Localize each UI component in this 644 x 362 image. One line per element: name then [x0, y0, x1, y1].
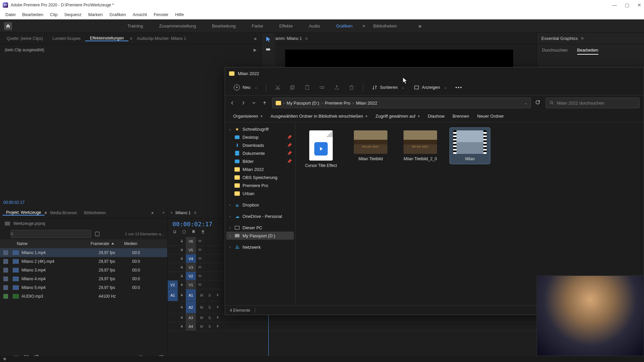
share-button[interactable] — [331, 83, 343, 92]
lock-icon[interactable] — [178, 283, 186, 287]
tree-passport[interactable]: ›My Passport (D:) — [226, 232, 294, 240]
track-target[interactable]: V5 — [186, 246, 196, 254]
tree-milan[interactable]: Milan 2022 — [226, 165, 294, 173]
cmd-grant-access[interactable]: Zugriff gewähren auf▾ — [372, 112, 423, 120]
tree-this-pc[interactable]: ›Dieser PC — [226, 224, 294, 232]
ws-training[interactable]: Training — [119, 23, 151, 28]
tab-libraries[interactable]: Bibliotheken — [80, 210, 109, 215]
proj-overflow-icon[interactable]: » — [151, 210, 156, 215]
nav-forward-button[interactable] — [240, 100, 247, 106]
eg-edit-tab[interactable]: Bearbeiten — [577, 48, 598, 55]
tab-source[interactable]: Quelle: (keine Clips) — [2, 36, 48, 41]
label-swatch[interactable] — [3, 250, 8, 255]
tree-pictures[interactable]: Bilder📌 — [226, 157, 294, 165]
tree-desktop[interactable]: Desktop📌 — [226, 133, 294, 141]
cmd-burn[interactable]: Brennen — [449, 112, 472, 120]
col-name[interactable]: Name — [3, 241, 91, 246]
tab-lumetri[interactable]: Lumetri-Scopes — [48, 36, 85, 41]
selection-tool-icon[interactable] — [265, 36, 271, 42]
track-target[interactable]: V4 — [186, 254, 196, 263]
minimize-button[interactable]: — — [612, 2, 617, 8]
marker-icon[interactable] — [191, 230, 196, 234]
timeline-close-icon[interactable]: × — [162, 210, 165, 215]
project-row[interactable]: Milano 3.mp4 29,97 fps 00;0 — [0, 266, 167, 275]
linked-selection-icon[interactable] — [182, 230, 186, 234]
toggle-output-icon[interactable] — [196, 239, 204, 244]
tree-network[interactable]: ›🖧Netzwerk — [226, 243, 294, 251]
ws-overflow-icon[interactable]: » — [418, 23, 421, 29]
voice-over-icon[interactable] — [215, 316, 220, 320]
project-row[interactable]: Milano 1.mp4 29,97 fps 00:0 — [0, 248, 167, 257]
source-patch[interactable] — [168, 313, 178, 322]
timeline-timecode[interactable]: 00:00:02:17 — [172, 221, 212, 228]
solo-button[interactable]: S — [207, 305, 212, 309]
toggle-output-icon[interactable] — [196, 248, 204, 252]
close-button[interactable]: ✕ — [637, 2, 641, 8]
file-item[interactable]: Cursor Title Effect — [301, 128, 341, 171]
snap-icon[interactable] — [172, 230, 177, 234]
proj-tab-menu-icon[interactable]: ≡ — [45, 210, 47, 215]
lock-icon[interactable] — [178, 316, 186, 320]
col-media[interactable]: Medien — [124, 241, 151, 246]
disclosure-arrow-icon[interactable]: ▶ — [254, 48, 257, 52]
explorer-titlebar[interactable]: Milan 2022 — [225, 67, 644, 79]
sequence-name[interactable]: Milano 1 — [175, 210, 191, 215]
source-patch[interactable] — [168, 237, 178, 245]
mute-button[interactable]: M — [199, 305, 204, 309]
eg-menu-icon[interactable]: ≡ — [581, 36, 584, 41]
lock-icon[interactable] — [178, 305, 186, 309]
source-patch[interactable]: V1 — [168, 281, 178, 289]
toggle-output-icon[interactable] — [196, 256, 204, 261]
mute-button[interactable]: M — [199, 293, 204, 297]
cmd-organize[interactable]: Organisieren▾ — [230, 112, 266, 120]
file-item[interactable]: Milan — [450, 128, 490, 164]
menu-ansicht[interactable]: Ansicht — [129, 12, 150, 17]
mute-button[interactable]: M — [199, 316, 204, 320]
crumb-pp[interactable]: Premiere Pro — [325, 101, 351, 106]
project-search-input[interactable] — [11, 230, 91, 238]
menu-fenster[interactable]: Fenster — [150, 12, 172, 17]
lock-icon[interactable] — [178, 248, 186, 252]
col-framerate[interactable]: Framerate — [91, 241, 124, 246]
ws-audio[interactable]: Audio — [301, 23, 328, 28]
address-bar[interactable]: › My Passport (D:) › Premiere Pro › Mila… — [272, 98, 531, 108]
sort-button[interactable]: Sortieren⌄ — [369, 83, 408, 92]
maximize-button[interactable]: ▢ — [625, 2, 629, 8]
rename-button[interactable] — [316, 83, 328, 92]
lock-icon[interactable] — [178, 265, 186, 269]
ws-menu-icon[interactable]: ≡ — [363, 23, 365, 28]
solo-button[interactable]: S — [207, 293, 212, 297]
ws-assembly[interactable]: Zusammenstellung — [151, 23, 204, 28]
label-swatch[interactable] — [3, 285, 8, 290]
lock-icon[interactable] — [178, 293, 186, 297]
toggle-output-icon[interactable] — [196, 274, 204, 279]
cmd-slideshow[interactable]: Diashow — [424, 112, 448, 120]
track-target[interactable]: V6 — [186, 237, 196, 245]
source-patch[interactable] — [168, 263, 178, 272]
track-target[interactable]: A1 — [186, 289, 196, 301]
sequence-close-icon[interactable]: × — [170, 210, 173, 215]
source-patch[interactable] — [168, 272, 178, 280]
nav-recent-button[interactable] — [251, 100, 257, 106]
voice-over-icon[interactable] — [215, 293, 220, 297]
source-patch[interactable] — [168, 322, 178, 330]
file-item[interactable]: MILAN 2022Milan Titelbild_2_0 — [400, 128, 440, 164]
source-patch[interactable] — [168, 246, 178, 254]
address-dropdown-icon[interactable]: ⌄ — [525, 101, 527, 105]
project-row[interactable]: Milano 5.mp4 29,97 fps 00:0 — [0, 283, 167, 292]
tree-downloads[interactable]: ⬇Downloads📌 — [226, 141, 294, 149]
mute-button[interactable]: M — [199, 324, 204, 328]
freeform-icon[interactable] — [95, 231, 100, 237]
timeline-menu-icon[interactable]: ≡ — [194, 210, 196, 215]
ws-libraries[interactable]: Bibliotheken — [365, 23, 405, 28]
menu-datei[interactable]: Datei — [2, 12, 19, 17]
track-select-tool-icon[interactable] — [265, 47, 271, 53]
cut-button[interactable] — [272, 83, 284, 92]
tree-premiere[interactable]: Premiere Pro — [226, 181, 294, 189]
source-patch[interactable] — [168, 301, 178, 313]
cmd-include-library[interactable]: Ausgewählten Ordner in Bibliothek einsch… — [267, 112, 371, 120]
tab-audio-mixer[interactable]: Audioclip-Mischer: Milano 1 — [132, 36, 191, 41]
track-target[interactable]: A4 — [186, 322, 196, 330]
nav-up-button[interactable] — [261, 100, 268, 106]
ws-graphics[interactable]: Grafiken — [328, 23, 361, 28]
